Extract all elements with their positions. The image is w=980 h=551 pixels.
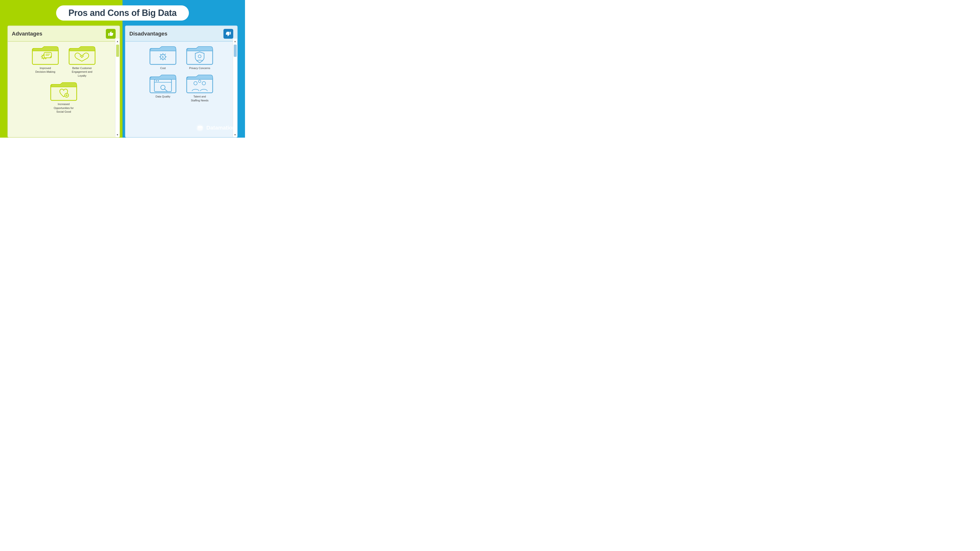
advantages-row-1: ImprovedDecision-Making <box>10 44 117 78</box>
main-content: Pros and Cons of Big Data Advantages <box>0 0 245 138</box>
item-data-quality: Data Quality <box>146 73 180 102</box>
thumbs-up-icon <box>108 31 113 37</box>
title-container: Pros and Cons of Big Data <box>56 5 189 21</box>
item-cost-label: Cost <box>160 67 166 70</box>
disadvantages-row-2: Data Quality <box>128 73 235 102</box>
item-social-good-label: IncreasedOpportunities forSocial Good <box>54 102 73 114</box>
folder-social-good-icon <box>50 80 77 101</box>
folder-decision-making-icon <box>32 44 59 65</box>
svg-point-18 <box>156 80 157 81</box>
disadvantages-header: Disadvantages <box>126 26 237 41</box>
svg-point-19 <box>158 80 159 81</box>
item-decision-making: ImprovedDecision-Making <box>28 44 62 78</box>
thumbs-down-icon <box>226 31 231 37</box>
disadvantages-row-1: $ Cost <box>128 44 235 70</box>
disadvantages-scrollbar[interactable]: ▲ ▼ <box>233 39 237 137</box>
disadvantages-body: $ Cost <box>126 41 237 137</box>
item-privacy-label: Privacy Concerns <box>189 67 210 70</box>
item-cost: $ Cost <box>146 44 180 70</box>
folder-customer-engagement-icon <box>68 44 95 65</box>
panels-row: Advantages <box>0 25 245 138</box>
item-data-quality-label: Data Quality <box>156 95 170 98</box>
advantages-header: Advantages <box>8 26 119 41</box>
advantages-body: ImprovedDecision-Making <box>8 41 119 137</box>
advantages-icon-button[interactable] <box>106 29 116 39</box>
item-customer-engagement-label: Better CustomerEngagement andLoyalty <box>72 67 92 78</box>
item-customer-engagement: Better CustomerEngagement andLoyalty <box>65 44 99 78</box>
folder-talent-icon <box>186 73 213 93</box>
item-talent: Talent andStaffing Needs <box>183 73 217 102</box>
item-social-good: IncreasedOpportunities forSocial Good <box>46 80 81 114</box>
item-talent-label: Talent andStaffing Needs <box>191 95 208 102</box>
logo-area: Datamation <box>196 124 236 132</box>
dis-scroll-thumb[interactable] <box>234 44 237 57</box>
disadvantages-icon-button[interactable] <box>223 29 233 39</box>
item-decision-making-label: ImprovedDecision-Making <box>35 67 55 74</box>
advantages-row-2: IncreasedOpportunities forSocial Good <box>10 80 117 114</box>
logo-brand-text: Datamation <box>206 125 236 131</box>
datamation-logo-icon <box>196 124 204 132</box>
advantages-title: Advantages <box>12 30 42 37</box>
page-title: Pros and Cons of Big Data <box>68 8 177 18</box>
folder-cost-icon: $ <box>150 44 177 65</box>
dis-scroll-up-arrow[interactable]: ▲ <box>233 39 237 44</box>
disadvantages-title: Disadvantages <box>129 30 167 37</box>
advantages-scrollbar[interactable]: ▲ ▼ <box>115 39 119 137</box>
item-privacy: Privacy Concerns <box>183 44 217 70</box>
svg-text:$: $ <box>162 56 164 59</box>
scroll-down-arrow[interactable]: ▼ <box>115 132 120 137</box>
scroll-up-arrow[interactable]: ▲ <box>115 39 120 44</box>
folder-privacy-icon <box>186 44 213 65</box>
advantages-panel: Advantages <box>7 25 120 138</box>
folder-data-quality-icon <box>150 73 177 93</box>
scroll-thumb[interactable] <box>116 44 119 57</box>
disadvantages-panel: Disadvantages <box>125 25 238 138</box>
dis-scroll-down-arrow[interactable]: ▼ <box>233 132 237 137</box>
